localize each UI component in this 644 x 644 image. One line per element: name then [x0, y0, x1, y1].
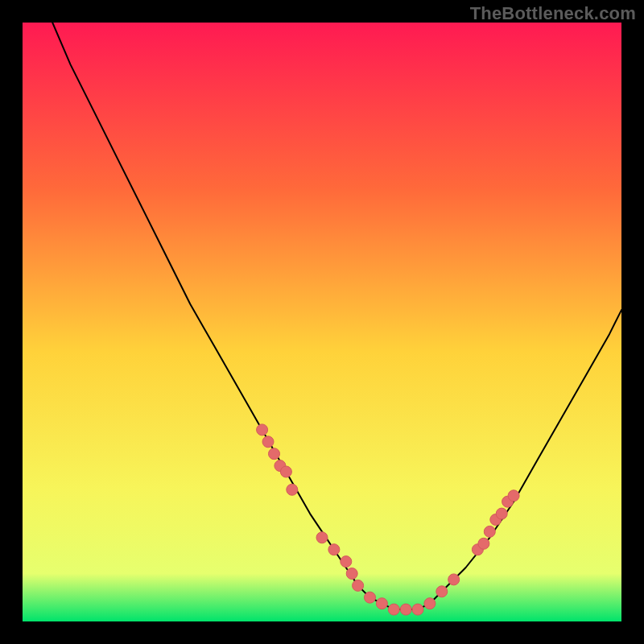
curve-marker: [412, 604, 423, 615]
curve-marker: [484, 526, 495, 537]
bottleneck-chart: [23, 23, 621, 621]
curve-marker: [478, 538, 489, 549]
curve-marker: [257, 424, 268, 436]
chart-frame: TheBottleneck.com: [0, 0, 644, 644]
curve-marker: [269, 448, 280, 460]
curve-marker: [508, 490, 519, 502]
watermark-text: TheBottleneck.com: [470, 3, 636, 24]
curve-marker: [280, 466, 291, 477]
curve-marker: [353, 580, 364, 591]
curve-marker: [388, 604, 399, 615]
curve-marker: [448, 574, 460, 585]
curve-marker: [341, 556, 352, 568]
curve-marker: [328, 544, 340, 555]
curve-marker: [365, 592, 376, 603]
curve-marker: [496, 508, 507, 519]
curve-marker: [436, 586, 448, 597]
curve-marker: [316, 532, 328, 543]
curve-marker: [376, 598, 387, 609]
curve-marker: [424, 598, 436, 609]
curve-marker: [346, 568, 357, 580]
curve-marker: [262, 436, 274, 448]
curve-marker: [287, 484, 298, 495]
plot-area: [23, 23, 621, 621]
curve-marker: [400, 604, 411, 615]
